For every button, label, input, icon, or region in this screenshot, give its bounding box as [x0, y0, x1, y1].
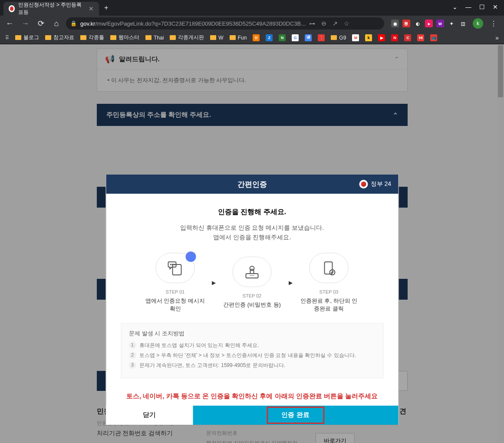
svg-point-5 — [250, 266, 254, 271]
svg-point-3 — [174, 264, 175, 265]
modal-heading: 인증을 진행해 주세요. — [116, 208, 388, 217]
modal-desc: 입력하신 휴대폰으로 인증 요청 메시지를 보냈습니다. — [116, 223, 388, 232]
troubleshoot-title: 문제 발생 시 조치방법 — [129, 330, 375, 337]
extensions: ◉ ⛨ ◐ ▸ w ✦ ◫ — [391, 20, 467, 27]
maximize-icon[interactable]: ☐ — [479, 3, 485, 10]
apps-icon[interactable]: ⠿ — [5, 35, 9, 41]
bookmark-item[interactable]: M — [352, 34, 359, 41]
toss-badge-icon — [186, 251, 196, 262]
step-desc: 앱에서 인증요청 메시지 확인 — [145, 297, 206, 313]
arrow-icon: ▶ — [289, 280, 293, 286]
ext-icon[interactable]: ◉ — [391, 20, 399, 27]
modal-body: 인증을 진행해 주세요. 입력하신 휴대폰으로 인증 요청 메시지를 보냈습니다… — [106, 194, 398, 387]
url-box[interactable]: 🔒 gov.kr/mw/EgovPageLink.do?q=7D3C23E718… — [66, 17, 384, 30]
bookmark-item[interactable]: 📺 — [430, 34, 437, 41]
bookmarks-overflow[interactable]: » — [495, 34, 499, 41]
page-viewport: 📢 알려드립니다. ⌃ 이 사무는 전자지갑, 전자증명서로 가능한 사무입니다… — [0, 44, 504, 443]
bookmark-folder[interactable]: 웹마스터 — [110, 34, 139, 41]
minimize-icon[interactable]: — — [465, 3, 471, 10]
ext-icon[interactable]: ⛨ — [402, 20, 410, 27]
tab-favicon — [9, 5, 15, 12]
bookmark-folder[interactable]: W — [210, 35, 223, 41]
svg-point-2 — [172, 264, 173, 265]
url-text: gov.kr/mw/EgovPageLink.do?q=7D3C23E7189E… — [80, 20, 306, 27]
tab-title: 민원신청서작성 > 주민등록표등 — [18, 1, 85, 16]
ext-icon[interactable]: w — [436, 20, 444, 27]
tab-bar: 민원신청서작성 > 주민등록표등 ✕ + — [0, 0, 504, 16]
step-3: STEP 03 인증완료 후, 하단의 인증완료 클릭 — [299, 253, 359, 313]
menu-button[interactable]: ⋮ — [490, 20, 497, 28]
trouble-item: 2토스앱 > 우측 하단 '전체' > 내 정보 > 토스인증서에서 인증 요청… — [129, 352, 375, 359]
step-1: STEP 01 앱에서 인증요청 메시지 확인 — [145, 253, 206, 313]
close-window-icon[interactable]: ✕ — [493, 3, 498, 10]
gov24-logo: 정부 24 — [359, 180, 391, 188]
bookmark-item[interactable]: k — [365, 34, 372, 41]
step-label: STEP 02 — [222, 293, 283, 298]
bookmark-item[interactable]: Z — [266, 34, 273, 41]
share-icon[interactable]: ↗ — [333, 20, 338, 27]
profile-avatar[interactable]: k — [473, 18, 483, 29]
close-tab-icon[interactable]: ✕ — [89, 5, 94, 12]
bookmark-item[interactable]: N — [391, 34, 398, 41]
modal-header: 간편인증 정부 24 — [106, 175, 398, 194]
modal-title: 간편인증 — [237, 179, 267, 189]
svg-rect-0 — [173, 264, 181, 275]
bookmarks-bar: ⠿ 블로그 참고자료 각종툴 웹마스터 Thai 각종게시판 W Fun D Z… — [0, 31, 504, 44]
zoom-icon[interactable]: ⊖ — [321, 20, 326, 27]
arrow-icon: ▶ — [212, 280, 216, 286]
modal-footer: 닫기 인증 완료 — [106, 406, 398, 425]
key-icon[interactable]: ⊶ — [309, 20, 315, 27]
home-button[interactable]: ⌂ — [50, 19, 63, 28]
bookmark-item[interactable]: 📍 — [318, 34, 325, 41]
address-bar: ← → ⟳ ⌂ 🔒 gov.kr/mw/EgovPageLink.do?q=7D… — [0, 16, 504, 31]
bookmark-item[interactable]: HI — [417, 34, 424, 41]
step-2: **** STEP 02 간편인증 (비밀번호 등) — [222, 257, 283, 309]
forward-button[interactable]: → — [19, 19, 31, 28]
bookmark-item[interactable]: D — [253, 34, 260, 41]
auth-complete-button[interactable]: 인증 완료 — [193, 406, 398, 425]
bookmark-folder[interactable]: 블로그 — [15, 34, 39, 41]
ext-icon[interactable]: ▸ — [425, 20, 433, 27]
step-desc: 간편인증 (비밀번호 등) — [222, 301, 283, 309]
browser-tab[interactable]: 민원신청서작성 > 주민등록표등 ✕ — [3, 2, 99, 16]
auth-modal: 간편인증 정부 24 인증을 진행해 주세요. 입력하신 휴대폰으로 인증 요청… — [105, 174, 399, 425]
modal-close-button[interactable]: 닫기 — [106, 406, 193, 425]
trouble-item: 3문제가 계속된다면, 토스 고객센터: 1599-4905로 문의바랍니다. — [129, 362, 375, 369]
svg-text:****: **** — [250, 274, 254, 278]
modal-desc: 앱에서 인증을 진행해주세요. — [116, 232, 388, 242]
lock-icon: 🔒 — [70, 20, 77, 26]
bookmark-folder[interactable]: Fun — [230, 35, 247, 41]
step-desc: 인증완료 후, 하단의 인증완료 클릭 — [299, 297, 359, 313]
ext-icon[interactable]: ◐ — [414, 20, 422, 27]
bookmark-folder[interactable]: 각종게시판 — [170, 34, 204, 41]
bookmark-folder[interactable]: G9 — [331, 35, 346, 41]
auth-steps: STEP 01 앱에서 인증요청 메시지 확인 ▶ **** STEP 02 간… — [116, 253, 388, 313]
bookmark-item[interactable]: C — [404, 34, 411, 41]
trouble-item: 1휴대폰에 토스앱 설치가 되어 있는지 확인해 주세요. — [129, 342, 375, 349]
step-label: STEP 03 — [299, 289, 359, 294]
dropdown-icon[interactable]: ⌄ — [452, 3, 458, 10]
bookmark-folder[interactable]: Thai — [145, 35, 164, 41]
back-button[interactable]: ← — [3, 19, 16, 28]
bookmark-item[interactable]: N — [279, 34, 286, 41]
bookmark-folder[interactable]: 각종툴 — [80, 34, 104, 41]
bookmark-item[interactable]: G — [292, 34, 299, 41]
bookmark-folder[interactable]: 참고자료 — [45, 34, 74, 41]
bookmark-item[interactable]: 译 — [305, 34, 312, 41]
instruction-text: 토스, 네이버, 카톡 등으로 온 인증을 확인하신 후에 아래의 인증완료 버… — [106, 387, 398, 406]
step-label: STEP 01 — [145, 289, 206, 294]
troubleshoot-box: 문제 발생 시 조치방법 1휴대폰에 토스앱 설치가 되어 있는지 확인해 주세… — [121, 323, 383, 378]
step-icon-message — [156, 253, 195, 283]
window-controls: ⌄ — ☐ ✕ — [446, 0, 504, 14]
panel-icon[interactable]: ◫ — [459, 20, 467, 27]
url-actions: ⊶ ⊖ ↗ ☆ — [309, 20, 349, 27]
new-tab-button[interactable]: + — [104, 4, 108, 12]
step-icon-stamp: **** — [233, 257, 272, 287]
page-content: 📢 알려드립니다. ⌃ 이 사무는 전자지갑, 전자증명서로 가능한 사무입니다… — [0, 44, 504, 443]
bookmark-item[interactable]: ▶ — [378, 34, 385, 41]
svg-point-1 — [171, 264, 171, 265]
reload-button[interactable]: ⟳ — [35, 19, 47, 28]
logo-icon — [359, 180, 368, 188]
ext-puzzle-icon[interactable]: ✦ — [448, 20, 455, 27]
star-icon[interactable]: ☆ — [344, 20, 349, 27]
